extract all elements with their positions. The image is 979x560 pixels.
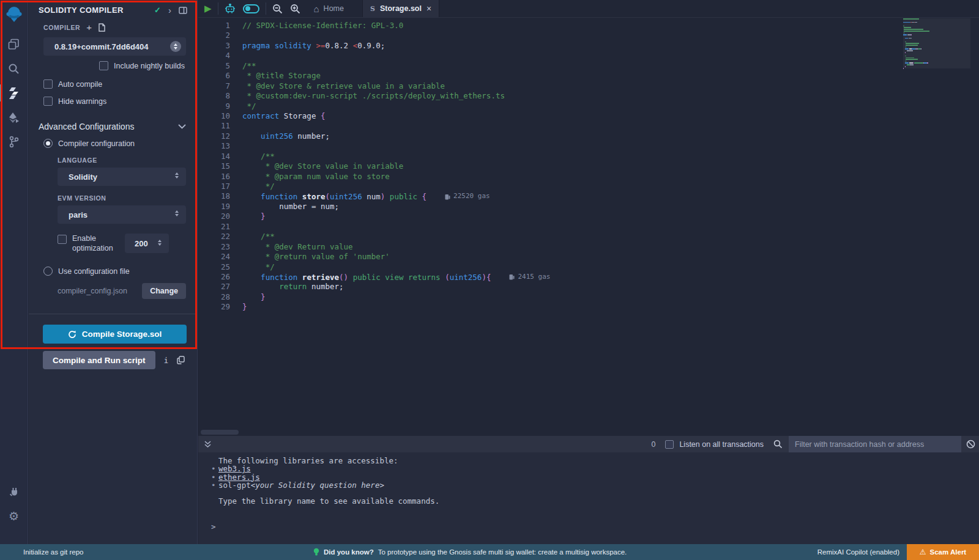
deploy-run-icon[interactable] — [0, 105, 28, 130]
ai-robot-icon[interactable] — [225, 4, 236, 14]
terminal-output[interactable]: The following libraries are accessible: … — [198, 452, 979, 544]
hide-warnings-checkbox[interactable] — [43, 97, 53, 106]
pin-panel-icon[interactable] — [179, 7, 187, 14]
clear-console-icon[interactable] — [966, 440, 975, 449]
listen-all-label[interactable]: Listen on all transactions — [679, 440, 764, 449]
line-number: 5 — [198, 61, 230, 71]
zoom-in-icon[interactable] — [290, 4, 300, 14]
ethers-link[interactable]: ethers.js — [218, 473, 260, 481]
solidity-compiler-icon[interactable] — [0, 81, 28, 105]
compiler-version-value: 0.8.19+commit.7dd6d404 — [54, 42, 149, 51]
file-explorer-icon[interactable] — [0, 32, 28, 56]
auto-compile-label[interactable]: Auto compile — [58, 80, 102, 89]
remix-logo-icon[interactable] — [0, 0, 28, 28]
line-number: 26 — [198, 272, 230, 282]
code-line: 9 */ — [198, 101, 979, 111]
open-file-icon[interactable] — [98, 23, 106, 32]
include-nightly-checkbox[interactable] — [99, 61, 108, 70]
info-icon[interactable]: i — [164, 356, 169, 365]
language-spinner-icon — [175, 172, 179, 179]
code-line: 1// SPDX-License-Identifier: GPL-3.0 — [198, 21, 979, 31]
status-bar: Initialize as git repo Did you know? To … — [0, 544, 979, 560]
run-script-row: Compile and Run script i — [43, 351, 197, 369]
code-editor[interactable]: 1// SPDX-License-Identifier: GPL-3.023pr… — [198, 18, 979, 436]
web3-link[interactable]: web3.js — [218, 465, 251, 473]
code-line: 12 uint256 number; — [198, 131, 979, 141]
plugin-manager-icon[interactable] — [0, 479, 28, 504]
line-number: 28 — [198, 292, 230, 302]
terminal-prompt[interactable]: > — [211, 523, 979, 531]
scam-alert-label: Scam Alert — [930, 548, 967, 556]
terminal-search-icon[interactable] — [773, 440, 783, 449]
chevron-right-icon[interactable]: › — [168, 7, 171, 13]
use-configuration-file-radio[interactable] — [43, 267, 53, 276]
scam-alert-badge[interactable]: ⚠ Scam Alert — [907, 544, 979, 560]
line-number: 29 — [198, 302, 230, 312]
config-file-name: compiler_config.json — [58, 287, 142, 295]
tab-storage-sol[interactable]: S Storage.sol × — [362, 0, 439, 17]
compile-button[interactable]: Compile Storage.sol — [43, 325, 187, 344]
expand-terminal-icon[interactable] — [204, 441, 211, 448]
horizontal-scrollbar[interactable] — [201, 430, 239, 435]
chevron-down-icon — [178, 124, 186, 129]
search-icon[interactable] — [0, 56, 28, 81]
home-icon: ⌂ — [314, 4, 319, 14]
change-config-button[interactable]: Change — [142, 283, 186, 299]
copilot-toggle[interactable] — [243, 4, 259, 13]
advanced-configurations-title: Advanced Configurations — [39, 122, 178, 131]
gas-pump-icon — [445, 194, 450, 200]
code-line: 24 * @return value of 'number' — [198, 252, 979, 262]
compile-and-run-button[interactable]: Compile and Run script — [43, 351, 155, 369]
copilot-status[interactable]: RemixAI Copilot (enabled) — [817, 548, 899, 556]
add-custom-compiler-icon[interactable]: + — [86, 22, 92, 32]
use-configuration-file-radio-row[interactable]: Use configuration file — [29, 267, 197, 276]
terminal-line: • sol-gpt <your Solidity question here> — [211, 481, 979, 489]
use-configuration-file-label: Use configuration file — [58, 267, 130, 276]
copy-icon[interactable] — [177, 356, 185, 364]
evm-version-value: paris — [69, 210, 87, 219]
settings-icon[interactable]: ⚙ — [0, 504, 28, 528]
optimization-row: Enable optimization 200 — [29, 234, 197, 253]
hide-warnings-label[interactable]: Hide warnings — [58, 97, 106, 106]
code-line: 2 — [198, 31, 979, 40]
tab-home[interactable]: ⌂ Home — [307, 0, 351, 17]
zoom-out-icon[interactable] — [272, 4, 283, 14]
optimization-runs-input[interactable]: 200 — [125, 234, 169, 253]
evm-version-select[interactable]: paris — [58, 205, 186, 224]
gas-estimate: 2415 gas — [509, 272, 550, 282]
git-icon[interactable] — [0, 130, 28, 154]
code-line: 19 number = num; — [198, 202, 979, 212]
evm-spinner-icon — [175, 210, 179, 216]
compiler-configuration-radio-row[interactable]: Compiler configuration — [29, 139, 197, 148]
enable-optimization-checkbox[interactable] — [58, 235, 67, 244]
enable-optimization-label[interactable]: Enable optimization — [72, 234, 125, 253]
include-nightly-label[interactable]: Include nightly builds — [114, 62, 185, 70]
terminal-line: The following libraries are accessible: — [211, 457, 979, 465]
remix-ide-window: ⚙ SOLIDITY COMPILER ✓ › COMPILER + 0.8.1… — [0, 0, 979, 560]
line-number: 27 — [198, 282, 230, 292]
line-number: 10 — [198, 111, 230, 121]
auto-compile-checkbox[interactable] — [43, 79, 53, 89]
code-line: 25 */ — [198, 262, 979, 272]
code-line: 22 /** — [198, 232, 979, 241]
compiler-version-select[interactable]: 0.8.19+commit.7dd6d404 — [43, 37, 186, 56]
code-line: 6 * @title Storage — [198, 71, 979, 81]
home-label: Home — [324, 4, 344, 13]
compiler-configuration-radio[interactable] — [43, 139, 53, 148]
language-select[interactable]: Solidity — [58, 168, 186, 186]
init-git-repo-button[interactable]: Initialize as git repo — [23, 548, 83, 556]
listen-all-checkbox[interactable] — [665, 440, 674, 449]
minimap[interactable] — [903, 18, 970, 116]
warning-icon: ⚠ — [920, 548, 926, 556]
line-number: 9 — [198, 101, 230, 111]
panel-title: SOLIDITY COMPILER — [39, 6, 154, 15]
version-spinner-icon — [170, 41, 181, 52]
solidity-compiler-panel: SOLIDITY COMPILER ✓ › COMPILER + 0.8.19+… — [29, 0, 198, 544]
transaction-filter-input[interactable] — [789, 436, 961, 452]
advanced-configurations-header[interactable]: Advanced Configurations — [29, 122, 197, 131]
close-icon[interactable]: × — [426, 4, 431, 13]
auto-compile-row: Auto compile — [29, 79, 197, 89]
config-file-row: compiler_config.json Change — [29, 283, 197, 299]
run-script-play-button[interactable]: ▶ — [204, 3, 212, 14]
line-number: 6 — [198, 71, 230, 81]
